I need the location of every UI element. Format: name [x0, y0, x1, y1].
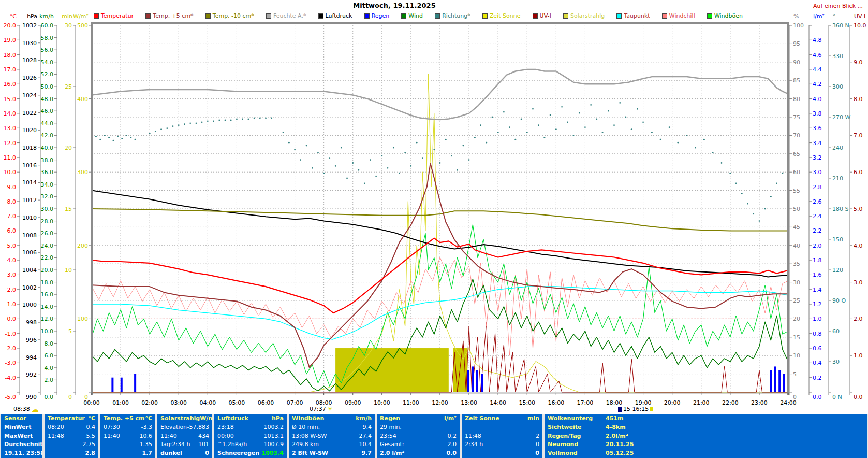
table-row: 19.11. 23:58: [1, 449, 42, 458]
cell-label: 11:48: [465, 432, 481, 441]
legend-item-richtung[interactable]: Richtung*: [435, 12, 470, 19]
legend-swatch: [482, 13, 488, 19]
sunrise-time-label: 07:37: [310, 406, 326, 412]
legend-label: Solarstrahlg: [570, 12, 605, 19]
legend-item-temperatur[interactable]: Temperatur: [94, 12, 134, 19]
svg-text:100: 100: [77, 316, 88, 322]
svg-text:180 S: 180 S: [832, 206, 848, 212]
svg-text:10.0: 10.0: [41, 328, 54, 335]
svg-text:14.0: 14.0: [4, 110, 17, 117]
column-unit: °C: [145, 414, 152, 423]
svg-text:45: 45: [793, 224, 800, 231]
legend-item-feuchte-a[interactable]: Feuchte A.*: [266, 12, 306, 19]
table-row: 2.75: [45, 440, 98, 449]
svg-text:°C: °C: [10, 13, 17, 20]
svg-text:20.0: 20.0: [41, 267, 54, 274]
svg-text:30: 30: [65, 22, 72, 29]
cell-value: 1.7: [142, 449, 153, 458]
svg-text:%: %: [793, 13, 799, 20]
svg-text:l/m²: l/m²: [813, 13, 825, 20]
svg-text:44.0: 44.0: [41, 120, 54, 127]
legend-label: Zeit Sonne: [490, 12, 521, 19]
cell-label: 23:18: [217, 423, 234, 432]
svg-text:13:00: 13:00: [461, 399, 477, 406]
svg-text:2.8: 2.8: [813, 184, 822, 191]
cell-value: 9.7: [362, 449, 372, 458]
column-unit: 451m: [606, 414, 623, 423]
legend-label: Taupunkt: [624, 12, 650, 19]
legend-item-taupunkt[interactable]: Taupunkt: [616, 12, 650, 19]
table-header-row: Windböenkm/h: [289, 414, 375, 423]
svg-text:0.8: 0.8: [813, 331, 822, 337]
legend-item-luftdruck[interactable]: Luftdruck: [318, 12, 352, 19]
table-row: 1.35: [100, 440, 155, 449]
svg-text:3.0: 3.0: [854, 279, 863, 286]
legend-item-solarstrahlg[interactable]: Solarstrahlg: [563, 12, 605, 19]
svg-text:52.0: 52.0: [41, 71, 54, 78]
legend-item-regen[interactable]: Regen: [364, 12, 390, 19]
svg-text:02:00: 02:00: [141, 399, 158, 406]
svg-text:500: 500: [77, 22, 88, 29]
legend-item-temp-10-cm[interactable]: Temp. -10 cm*: [205, 12, 254, 19]
column-title: Zeit Sonne: [465, 414, 499, 423]
legend-label: Windböen: [714, 12, 743, 19]
cell-label: 13:08 W-SW: [292, 432, 327, 441]
weather-chart-plot: -5.0-4.0-3.0-2.0-1.00.01.02.03.04.05.06.…: [0, 0, 868, 413]
cell-value: 2.0: [448, 440, 457, 449]
table-row: 11:485.5: [45, 432, 98, 441]
svg-text:2.4: 2.4: [813, 213, 822, 220]
table-column-luftdruck: LuftdruckhPa23:181003.200:001013.1^1.2hP…: [214, 414, 287, 458]
legend-item-windchill[interactable]: Windchill: [662, 12, 695, 19]
svg-text:28.0: 28.0: [41, 218, 54, 225]
svg-text:20.0: 20.0: [4, 22, 17, 29]
cell-label: 00:00: [217, 432, 234, 441]
svg-text:38.0: 38.0: [41, 157, 54, 164]
svg-text:2.0: 2.0: [813, 242, 822, 249]
legend-item-uv-i[interactable]: UV-I: [533, 12, 551, 19]
svg-text:46.0: 46.0: [41, 108, 54, 115]
svg-text:30.0: 30.0: [41, 206, 54, 212]
svg-text:25: 25: [793, 297, 800, 304]
svg-text:0.6: 0.6: [813, 345, 822, 352]
svg-text:10:00: 10:00: [374, 399, 390, 406]
svg-text:270 W: 270 W: [832, 114, 850, 121]
svg-text:3.0: 3.0: [813, 169, 822, 176]
legend-item-wind[interactable]: Wind: [401, 12, 423, 19]
cell-value: 20.11.25: [606, 440, 634, 449]
table-row: 2:34 h0: [462, 440, 542, 449]
legend-item-temp-5-cm[interactable]: Temp. +5 cm*: [145, 12, 193, 19]
legend-item-windb-en[interactable]: Windböen: [707, 12, 743, 19]
cell-label: Tag:2:34 h: [160, 440, 190, 449]
quick-view-link[interactable]: Auf einen Blick ...: [813, 3, 863, 9]
table-row: 249.8 km10.4: [289, 440, 375, 449]
legend-item-zeit-sonne[interactable]: Zeit Sonne: [482, 12, 521, 19]
svg-text:7.0: 7.0: [7, 213, 17, 220]
svg-text:80: 80: [793, 96, 800, 103]
svg-text:24:00: 24:00: [780, 399, 797, 406]
weather-chart-window: -5.0-4.0-3.0-2.0-1.00.01.02.03.04.05.06.…: [0, 0, 868, 458]
table-row: 08:200.4: [45, 423, 98, 432]
svg-text:32.0: 32.0: [41, 193, 54, 200]
svg-text:990: 990: [26, 394, 37, 400]
svg-text:1.6: 1.6: [813, 271, 822, 278]
cell-value: 2.75: [83, 440, 96, 449]
sunrise-time: 07:37 ☀: [310, 406, 333, 412]
cell-label: 2.0 l/m²: [380, 449, 404, 458]
svg-text:2.6: 2.6: [813, 198, 822, 205]
svg-text:10: 10: [793, 352, 800, 359]
cell-label: Regen/Tag: [548, 432, 606, 441]
svg-text:min: min: [62, 13, 72, 20]
cell-label: 2:34 h: [465, 440, 483, 449]
cell-value: 1003.4: [262, 449, 284, 458]
cell-value: 10.4: [359, 440, 372, 449]
svg-text:18.0: 18.0: [41, 279, 54, 286]
svg-text:14:00: 14:00: [490, 399, 506, 406]
svg-text:0.0: 0.0: [854, 394, 863, 400]
svg-text:6.0: 6.0: [7, 227, 17, 234]
column-title: Temperatur: [48, 414, 85, 423]
svg-text:20: 20: [65, 145, 72, 151]
table-row: 23:181003.2: [214, 423, 287, 432]
table-row: Regen/Tag2.0l/m²: [545, 432, 867, 441]
cell-value: 2.0l/m²: [606, 432, 628, 441]
svg-text:09:00: 09:00: [345, 399, 361, 406]
